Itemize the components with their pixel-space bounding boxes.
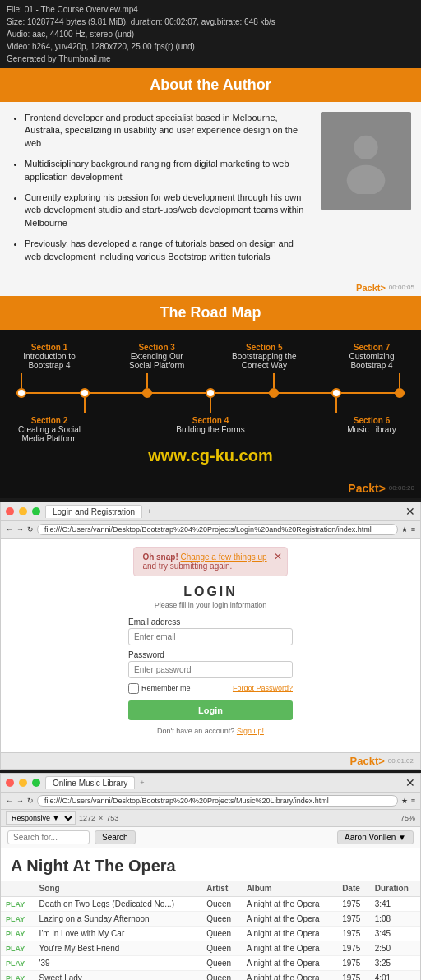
track-date: 1975 (337, 896, 370, 911)
browser1-timestamp: 00:01:02 (388, 757, 414, 765)
email-input[interactable] (128, 628, 293, 645)
section-6-desc: Music Library (335, 425, 409, 434)
star-btn-1[interactable]: ★ (401, 525, 408, 534)
signup-link[interactable]: Sign up! (237, 727, 264, 735)
browser-tab-1[interactable]: Login and Registration (45, 505, 142, 518)
vline-top-7 (399, 373, 400, 388)
section-2-desc: Creating a Social Media Platform (12, 425, 86, 443)
min-btn-1[interactable] (19, 507, 27, 515)
address-bar-1: ← → ↻ file:///C:/Users/vanni/Desktop/Boo… (1, 521, 420, 539)
track-duration: 4:01 (370, 970, 420, 980)
about-bullet-2: Multidisciplinary background ranging fro… (25, 158, 312, 183)
th-artist: Artist (201, 881, 242, 897)
remember-checkbox[interactable] (128, 683, 139, 694)
track-play-btn[interactable]: PLAY (1, 955, 35, 970)
browser-window-2: Online Music Library + ✕ ← → ↻ file:///C… (0, 773, 421, 980)
star-btn-2[interactable]: ★ (401, 797, 408, 805)
author-photo (321, 112, 411, 271)
browser-close-1[interactable]: ✕ (405, 505, 415, 518)
track-play-btn[interactable]: PLAY (1, 941, 35, 955)
section-5-desc: Bootstrapping the Correct Way (227, 352, 301, 370)
user-menu-button[interactable]: Aaron Vonllen ▼ (337, 830, 414, 844)
track-album: A night at the Opera (242, 896, 338, 911)
music-search-input[interactable] (7, 830, 90, 844)
track-play-btn[interactable]: PLAY (1, 911, 35, 926)
music-table-body: PLAY Death on Two Legs (Dedicated No...)… (1, 896, 420, 980)
menu-btn-2[interactable]: ≡ (411, 797, 415, 805)
new-tab-btn-1[interactable]: + (147, 507, 151, 515)
track-artist: Queen (201, 911, 242, 926)
about-bullet-1: Frontend developer and product specialis… (25, 112, 312, 150)
new-tab-btn-2[interactable]: + (140, 779, 144, 787)
address-input-2[interactable]: file:///C:/Users/vanni/Desktop/Bootstrap… (37, 795, 398, 807)
browser-close-2[interactable]: ✕ (405, 776, 415, 789)
forward-btn-1[interactable]: → (16, 525, 24, 534)
file-info-line1: File: 01 - The Course Overview.mp4 (7, 3, 414, 16)
close-btn-1[interactable] (6, 507, 14, 515)
track-play-btn[interactable]: PLAY (1, 926, 35, 941)
vline-top-2 (84, 373, 86, 388)
track-play-btn[interactable]: PLAY (1, 970, 35, 980)
refresh-btn-2[interactable]: ↻ (27, 797, 34, 805)
roadmap-top-sections: Section 1 Introduction to Bootstrap 4 Se… (8, 343, 413, 370)
file-info-line4: Video: h264, yuv420p, 1280x720, 25.00 fp… (7, 40, 414, 53)
browser-tab-2[interactable]: Online Music Library (45, 776, 135, 789)
roadmap-bottom-sections: Section 2 Creating a Social Media Platfo… (8, 416, 413, 443)
file-info-line2: Size: 10287744 bytes (9.81 MiB), duratio… (7, 16, 414, 28)
password-input[interactable] (128, 661, 293, 678)
vline-bottom-7 (399, 398, 400, 413)
signup-text: Don't have an account? (157, 727, 234, 735)
section-4-label: Section 4 (173, 416, 248, 425)
password-group: Password (128, 650, 293, 678)
close-btn-2[interactable] (6, 779, 14, 787)
section-5: Section 5 Bootstrapping the Correct Way (227, 343, 301, 370)
node-6 (331, 373, 341, 413)
dot-2 (80, 388, 90, 398)
section-6-label: Section 6 (335, 416, 409, 425)
about-bullet-4: Previously, has developed a range of tut… (25, 238, 312, 263)
login-button[interactable]: Login (128, 700, 293, 720)
forgot-password-link[interactable]: Forgot Password? (233, 684, 293, 692)
track-duration: 1:08 (370, 911, 420, 926)
track-album: A night at the Opera (242, 941, 338, 955)
file-info-bar: File: 01 - The Course Overview.mp4 Size:… (0, 0, 421, 68)
roadmap-header: The Road Map (0, 296, 421, 330)
refresh-btn-1[interactable]: ↻ (27, 525, 34, 534)
author-image (321, 112, 411, 210)
track-date: 1975 (337, 955, 370, 970)
node-2 (80, 373, 90, 413)
address-input-1[interactable]: file:///C:/Users/vanni/Desktop/Bootstrap… (37, 524, 398, 535)
close-x[interactable]: ✕ (274, 551, 282, 562)
section-3: Section 3 Extending Our Social Platform (120, 343, 194, 370)
back-btn-2[interactable]: ← (6, 797, 13, 805)
responsive-select[interactable]: Responsive ▼ (6, 811, 76, 825)
alert-change-link[interactable]: Change a few things up (181, 552, 267, 562)
dot-4 (206, 388, 215, 398)
menu-btn-1[interactable]: ≡ (411, 525, 415, 534)
forward-btn-2[interactable]: → (16, 797, 24, 805)
music-search-button[interactable]: Search (95, 830, 136, 844)
login-page: ✕ Oh snap! Change a few things up and tr… (1, 539, 420, 752)
roadmap-content: Section 1 Introduction to Bootstrap 4 Se… (0, 330, 421, 480)
min-btn-2[interactable] (19, 779, 27, 787)
node-5 (269, 373, 279, 413)
track-date: 1975 (337, 970, 370, 980)
max-btn-2[interactable] (32, 779, 40, 787)
track-duration: 3:41 (370, 896, 420, 911)
file-info-line5: Generated by Thumbnail.me (7, 53, 414, 65)
about-timestamp: 00:00:05 (389, 284, 414, 291)
signup-row: Don't have an account? Sign up! (128, 727, 293, 735)
th-duration: Duration (370, 881, 420, 897)
table-row: PLAY I'm in Love with My Car Queen A nig… (1, 926, 420, 941)
back-btn-1[interactable]: ← (6, 525, 13, 534)
roadmap-section: The Road Map Section 1 Introduction to B… (0, 296, 421, 498)
track-song: I'm in Love with My Car (35, 926, 202, 941)
file-info-line3: Audio: aac, 44100 Hz, stereo (und) (7, 28, 414, 40)
dot-3 (142, 388, 152, 398)
track-play-btn[interactable]: PLAY (1, 896, 35, 911)
max-btn-1[interactable] (32, 507, 40, 515)
section-2: Section 2 Creating a Social Media Platfo… (12, 416, 86, 443)
track-date: 1975 (337, 926, 370, 941)
section-1: Section 1 Introduction to Bootstrap 4 (12, 343, 86, 370)
svg-point-1 (347, 165, 386, 194)
